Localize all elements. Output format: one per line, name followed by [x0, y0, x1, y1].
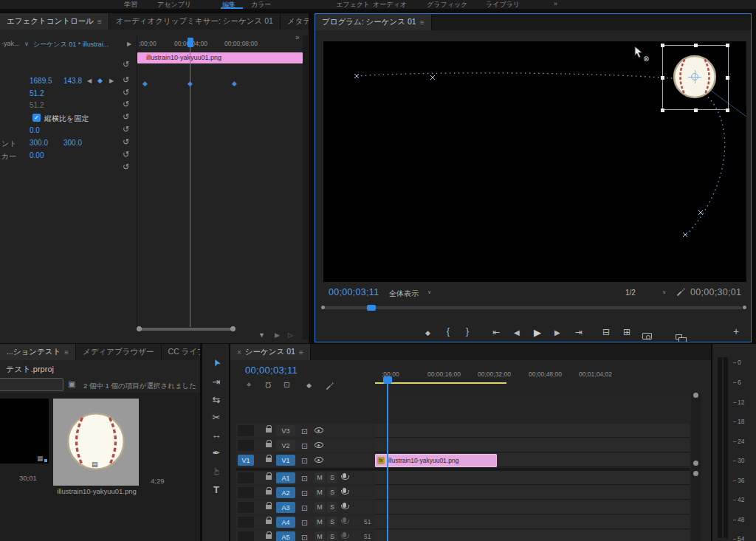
scrollbar-knob[interactable] [230, 326, 236, 331]
reset-param-icon[interactable]: ↺ [123, 125, 129, 134]
program-scrubber-track[interactable] [324, 306, 742, 309]
track-lane[interactable] [375, 438, 690, 452]
reset-param-icon[interactable]: ↺ [123, 113, 129, 121]
lock-icon[interactable] [266, 534, 272, 539]
playback-resolution-select[interactable]: 1/2 [625, 289, 636, 297]
keyframe-diamond[interactable]: ◆ [142, 80, 148, 87]
lock-icon[interactable] [266, 443, 272, 447]
export-frame-button[interactable] [642, 333, 652, 340]
toggle-track-output-icon[interactable] [315, 442, 323, 448]
step-back-button[interactable]: ◀ [514, 328, 520, 337]
ec-clip-bar[interactable]: illustrain10-yakyuu01.png [137, 52, 303, 63]
snap-icon[interactable]: Ω [265, 381, 271, 389]
voiceover-mic-icon[interactable] [343, 503, 346, 508]
scale-value[interactable]: 51.2 [30, 89, 44, 97]
add-marker-button[interactable]: ◆ [425, 329, 430, 337]
workspace-tab[interactable]: グラフィック [427, 0, 467, 9]
scrollbar-knob[interactable] [693, 461, 698, 466]
chevron-down-icon[interactable]: ∨ [662, 289, 666, 295]
hand-tool[interactable]: ☞ [211, 465, 222, 478]
sequence-reference[interactable]: シーケンス 01 * illustrai... [33, 40, 109, 49]
position-x-value[interactable]: 1689.5 [30, 77, 52, 85]
workspace-tab[interactable]: エフェクト [336, 0, 370, 9]
voiceover-mic-icon[interactable] [343, 488, 346, 493]
reset-param-icon[interactable]: ↺ [123, 76, 129, 84]
solo-button[interactable]: S [327, 502, 337, 512]
panel-menu-icon[interactable]: ≡ [97, 18, 102, 26]
anchor-x-value[interactable]: 300.0 [30, 139, 48, 147]
anchor-point-crosshair[interactable] [688, 70, 701, 83]
timeline-timecode[interactable]: 00;00;03;11 [245, 365, 298, 376]
track-name-button[interactable]: A4 [276, 517, 295, 528]
filter-keyframes-icon[interactable]: ▼ [258, 331, 265, 339]
sync-lock-icon[interactable]: ⊡ [301, 504, 308, 512]
mute-button[interactable]: M [315, 487, 325, 497]
timeline-playhead-head[interactable] [383, 376, 392, 384]
expand-timeline-icon[interactable]: ▶ [127, 41, 131, 47]
workspace-tab[interactable]: オーディオ [373, 0, 407, 9]
panel-overflow-icon[interactable]: » [295, 33, 300, 41]
track-lane[interactable] [375, 500, 690, 514]
source-patch[interactable] [238, 440, 254, 451]
workspace-tab[interactable]: カラー [251, 0, 271, 9]
scrollbar-knob[interactable] [693, 471, 698, 476]
slip-tool[interactable]: ↔ [210, 430, 223, 441]
settings-wrench-icon[interactable] [676, 286, 686, 300]
tab-program[interactable]: プログラム: シーケンス 01≡ [315, 14, 432, 30]
search-input[interactable] [0, 378, 63, 391]
timeline-clip[interactable]: fx illustrain10-yakyuu01.png [375, 454, 497, 467]
track-lane[interactable] [375, 486, 690, 500]
track-lane[interactable] [375, 515, 690, 529]
mute-button[interactable]: M [315, 472, 325, 483]
sync-lock-icon[interactable]: ⊡ [301, 427, 308, 435]
solo-button[interactable]: S [327, 472, 337, 483]
toggle-track-output-icon[interactable] [315, 457, 323, 463]
sync-lock-icon[interactable]: ⊡ [301, 442, 308, 450]
project-items-area[interactable]: ▦ 30;01 ▤ 4;29 illustrain10-yakyuu01.png [0, 393, 200, 541]
track-name-button[interactable]: V3 [276, 425, 295, 436]
uniform-scale-checkbox[interactable]: ✓ [32, 114, 41, 122]
play-button[interactable]: ▶ [534, 327, 541, 338]
rotation-value[interactable]: 0.0 [30, 126, 40, 134]
voiceover-mic-icon[interactable] [343, 532, 346, 537]
source-patch[interactable] [238, 472, 254, 483]
go-to-out-button[interactable]: ⇥ [575, 327, 583, 337]
ec-option-icon[interactable]: ▷ [288, 331, 293, 339]
ec-h-scrollbar[interactable] [140, 328, 232, 331]
sync-lock-icon[interactable]: ⊡ [301, 457, 308, 465]
chevron-down-icon[interactable]: ∨ [427, 289, 431, 295]
timeline-playhead-line[interactable] [387, 376, 388, 541]
solo-button[interactable]: S [327, 487, 337, 497]
toggle-track-output-icon[interactable] [315, 427, 323, 433]
step-forward-button[interactable]: ▶ [554, 328, 560, 337]
workspace-tab[interactable]: アセンブリ [157, 0, 191, 9]
razor-tool[interactable]: ✂ [210, 412, 223, 423]
mute-button[interactable]: M [315, 531, 325, 541]
timeline-v-scrollbar[interactable] [691, 393, 701, 541]
position-y-value[interactable]: 143.8 [63, 77, 82, 85]
track-lane[interactable] [375, 424, 690, 438]
panel-menu-icon[interactable]: ≡ [420, 18, 425, 27]
tab-cc-libraries[interactable]: CC ライブラ [162, 344, 200, 360]
mark-in-button[interactable]: { [447, 326, 450, 337]
track-select-tool[interactable]: ⇥ [210, 376, 223, 387]
next-keyframe-icon[interactable]: ▶ [109, 77, 114, 84]
work-area-bar[interactable] [375, 382, 506, 384]
lock-icon[interactable] [266, 475, 272, 480]
add-marker-icon[interactable]: ◆ [306, 382, 312, 389]
scrubber-knob[interactable] [321, 306, 325, 309]
source-patch-v1[interactable]: V1 [238, 455, 254, 466]
lock-icon[interactable] [266, 505, 272, 509]
tab-media-browser[interactable]: メディアブラウザー [76, 344, 161, 360]
mark-out-button[interactable]: } [466, 326, 469, 337]
add-keyframe-icon[interactable]: ◆ [97, 77, 103, 84]
linked-selection-icon[interactable]: ⊡ [284, 381, 290, 389]
lift-button[interactable]: ⊟ [602, 327, 610, 337]
tab-metadata[interactable]: メタデータ [281, 13, 309, 30]
chevron-down-icon[interactable]: ∨ [24, 41, 29, 47]
track-name-button[interactable]: A2 [276, 487, 295, 498]
tab-effect-controls[interactable]: エフェクトコントロール≡ [0, 13, 109, 30]
sync-lock-icon[interactable]: ⊡ [301, 534, 308, 541]
source-patch[interactable] [238, 425, 254, 436]
timeline-settings-wrench-icon[interactable] [326, 380, 334, 393]
